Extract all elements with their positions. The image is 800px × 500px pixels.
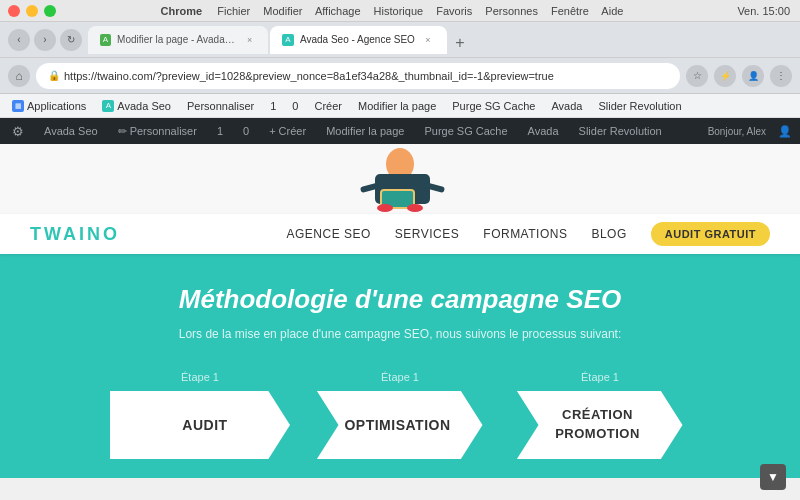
tab-2[interactable]: A Avada Seo - Agence SEO ×: [270, 26, 447, 54]
tab2-favicon: A: [282, 34, 294, 46]
step3-button[interactable]: CRÉATION PROMOTION: [503, 391, 683, 459]
tab1-label: Modifier la page - Avada Seo ...: [117, 34, 237, 45]
step2-button[interactable]: OPTIMISATION: [303, 391, 483, 459]
nav-formations[interactable]: FORMATIONS: [483, 227, 567, 241]
site-logo[interactable]: TWAINO: [30, 224, 120, 245]
bookmark-edit-page[interactable]: Modifier la page: [354, 98, 440, 114]
bookmark-count1[interactable]: 1: [266, 98, 280, 114]
step3-text-line2: PROMOTION: [555, 426, 640, 443]
wp-slider[interactable]: Slider Revolution: [575, 123, 666, 139]
wp-customize-label: Personnaliser: [130, 125, 197, 137]
url-text[interactable]: https://twaino.com/?preview_id=1028&prev…: [64, 70, 554, 82]
brush-icon: ✏: [118, 125, 127, 138]
bookmark-avada-label: Avada Seo: [117, 100, 171, 112]
menu-fichier[interactable]: Fichier: [217, 5, 250, 17]
nav-services[interactable]: SERVICES: [395, 227, 459, 241]
bookmark-customizer[interactable]: Personnaliser: [183, 98, 258, 114]
wp-purge-label: Purge SG Cache: [424, 125, 507, 137]
bookmark-purge[interactable]: Purge SG Cache: [448, 98, 539, 114]
back-button[interactable]: ‹: [8, 29, 30, 51]
wp-slider-label: Slider Revolution: [579, 125, 662, 137]
menu-modifier[interactable]: Modifier: [263, 5, 302, 17]
nav-buttons: ‹ › ↻: [8, 29, 82, 51]
step-1: Étape 1 AUDIT: [100, 371, 300, 459]
bookmark-avada2[interactable]: Avada: [547, 98, 586, 114]
wp-logo[interactable]: ⚙: [8, 122, 28, 141]
app-name: Chrome: [161, 5, 203, 17]
step-3: Étape 1 CRÉATION PROMOTION: [500, 371, 700, 459]
wp-customize[interactable]: ✏ Personnaliser: [114, 123, 201, 140]
wp-comments-pending[interactable]: 0: [239, 123, 253, 139]
home-button[interactable]: ⌂: [8, 65, 30, 87]
bookmark-avada[interactable]: A Avada Seo: [98, 98, 175, 114]
bookmark-slider[interactable]: Slider Revolution: [594, 98, 685, 114]
wp-user-area: Bonjour, Alex 👤: [708, 125, 792, 138]
wp-edit-page[interactable]: Modifier la page: [322, 123, 408, 139]
bookmark-count2-label: 0: [292, 100, 298, 112]
wp-site-name-label: Avada Seo: [44, 125, 98, 137]
wp-avada[interactable]: Avada: [524, 123, 563, 139]
profile-button[interactable]: 👤: [742, 65, 764, 87]
steps-row: Étape 1 AUDIT Étape 1 OPTIMISATION Étape…: [40, 371, 760, 459]
extensions-button[interactable]: ⚡: [714, 65, 736, 87]
menu-fenetre[interactable]: Fenêtre: [551, 5, 589, 17]
app-menu-bar: Chrome Fichier Modifier Affichage Histor…: [2, 5, 792, 17]
menu-favoris[interactable]: Favoris: [436, 5, 472, 17]
menu-button[interactable]: ⋮: [770, 65, 792, 87]
step3-text-line1: CRÉATION: [562, 407, 633, 424]
site-header: TWAINO AGENCE SEO SERVICES FORMATIONS BL…: [0, 214, 800, 254]
bookmark-count2[interactable]: 0: [288, 98, 302, 114]
teal-section: Méthodologie d'une campagne SEO Lors de …: [0, 254, 800, 478]
tab-list: A Modifier la page - Avada Seo ... × A A…: [88, 26, 792, 54]
svg-point-7: [407, 204, 423, 212]
bookmark-star[interactable]: ☆: [686, 65, 708, 87]
section-title: Méthodologie d'une campagne SEO: [40, 284, 760, 315]
reload-button[interactable]: ↻: [60, 29, 82, 51]
address-bar[interactable]: 🔒 https://twaino.com/?preview_id=1028&pr…: [36, 63, 680, 89]
hero-top-partial: [0, 144, 800, 214]
mac-titlebar: Chrome Fichier Modifier Affichage Histor…: [0, 0, 800, 22]
wp-purge-cache[interactable]: Purge SG Cache: [420, 123, 511, 139]
step3-label: Étape 1: [581, 371, 619, 383]
wp-admin-toolbar: ⚙ Avada Seo ✏ Personnaliser 1 0 + Créer …: [0, 118, 800, 144]
menu-historique[interactable]: Historique: [374, 5, 424, 17]
bookmark-create-label: Créer: [314, 100, 342, 112]
hero-illustration: [320, 144, 480, 214]
wp-comments-approved[interactable]: 1: [213, 123, 227, 139]
bookmark-edit-page-label: Modifier la page: [358, 100, 436, 112]
step1-button[interactable]: AUDIT: [110, 391, 290, 459]
tab2-label: Avada Seo - Agence SEO: [300, 34, 415, 45]
svg-point-6: [377, 204, 393, 212]
bookmark-purge-label: Purge SG Cache: [452, 100, 535, 112]
step1-label: Étape 1: [181, 371, 219, 383]
lock-icon: 🔒: [48, 70, 60, 81]
new-tab-button[interactable]: +: [449, 32, 471, 54]
tab1-close[interactable]: ×: [243, 33, 256, 47]
time-display: Ven. 15:00: [737, 5, 790, 17]
tab-1[interactable]: A Modifier la page - Avada Seo ... ×: [88, 26, 268, 54]
address-row: ⌂ 🔒 https://twaino.com/?preview_id=1028&…: [0, 58, 800, 94]
nav-blog[interactable]: BLOG: [591, 227, 626, 241]
forward-button[interactable]: ›: [34, 29, 56, 51]
menu-affichage[interactable]: Affichage: [315, 5, 361, 17]
bookmark-count1-label: 1: [270, 100, 276, 112]
apps-favicon: ▦: [12, 100, 24, 112]
browser-tab-bar: ‹ › ↻ A Modifier la page - Avada Seo ...…: [0, 22, 800, 58]
audit-gratuit-button[interactable]: AUDIT GRATUIT: [651, 222, 770, 246]
avada-favicon: A: [102, 100, 114, 112]
bookmarks-bar: ▦ Applications A Avada Seo Personnaliser…: [0, 94, 800, 118]
bookmark-slider-label: Slider Revolution: [598, 100, 681, 112]
bookmark-create[interactable]: Créer: [310, 98, 346, 114]
wp-avada-label: Avada: [528, 125, 559, 137]
tab2-close[interactable]: ×: [421, 33, 435, 47]
wp-edit-page-label: Modifier la page: [326, 125, 404, 137]
site-nav: AGENCE SEO SERVICES FORMATIONS BLOG AUDI…: [286, 222, 770, 246]
menu-personnes[interactable]: Personnes: [485, 5, 538, 17]
wp-site-name[interactable]: Avada Seo: [40, 123, 102, 139]
nav-agence-seo[interactable]: AGENCE SEO: [286, 227, 370, 241]
scroll-down-button[interactable]: ▼: [760, 464, 786, 490]
bookmark-apps[interactable]: ▦ Applications: [8, 98, 90, 114]
wp-new-post[interactable]: + Créer: [265, 123, 310, 139]
wp-new-post-label: + Créer: [269, 125, 306, 137]
menu-aide[interactable]: Aide: [601, 5, 623, 17]
